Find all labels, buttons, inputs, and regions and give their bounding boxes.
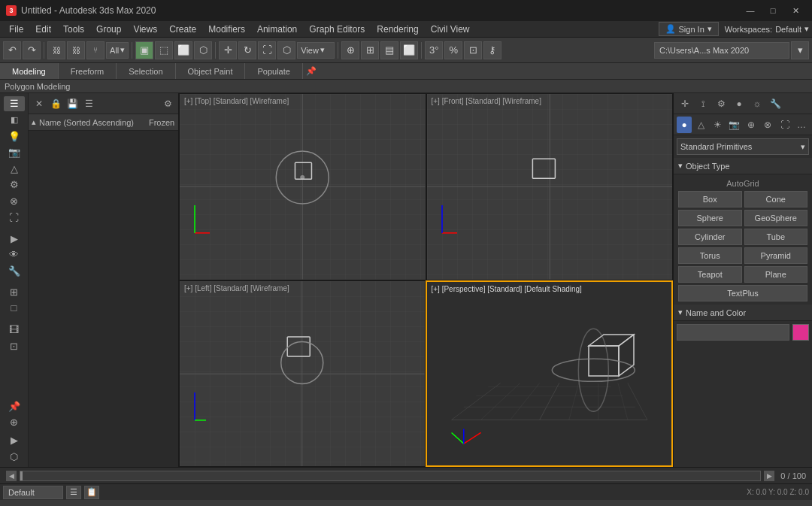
pivot-button[interactable]: ⊕ bbox=[341, 41, 359, 59]
align-button[interactable]: ▤ bbox=[380, 41, 398, 59]
animation-button[interactable]: ⬡ bbox=[4, 449, 25, 464]
unlink-button[interactable]: ⛓ bbox=[67, 41, 85, 59]
color-swatch[interactable] bbox=[792, 324, 809, 341]
percent-snap-button[interactable]: % bbox=[444, 41, 462, 59]
motion-button[interactable]: ▶ bbox=[4, 231, 25, 246]
object-name-input[interactable] bbox=[677, 324, 789, 341]
snap-to-grid-button[interactable]: ⊕ bbox=[4, 415, 25, 430]
cameras-button-2[interactable]: 📷 bbox=[727, 117, 742, 133]
minimize-button[interactable]: — bbox=[740, 3, 761, 18]
filter-dropdown[interactable]: All ▾ bbox=[106, 42, 129, 59]
menu-edit[interactable]: Edit bbox=[29, 23, 57, 36]
utilities-button[interactable]: 🔧 bbox=[4, 263, 25, 278]
bind-button[interactable]: ⑂ bbox=[86, 41, 105, 59]
display-panel-button[interactable]: ☼ bbox=[749, 95, 765, 112]
select-region-button[interactable]: ⬚ bbox=[155, 41, 173, 59]
menu-file[interactable]: File bbox=[3, 23, 29, 36]
viewport-perspective-label[interactable]: [+] [Perspective] [Standard] [Default Sh… bbox=[432, 285, 582, 293]
viewport-perspective[interactable]: [+] [Perspective] [Standard] [Default Sh… bbox=[426, 280, 674, 468]
path-dropdown-button[interactable]: ▾ bbox=[791, 41, 809, 59]
plane-button[interactable]: Plane bbox=[744, 266, 808, 283]
tab-object-paint[interactable]: Object Paint bbox=[176, 63, 246, 79]
track-view-button[interactable]: 🎞 bbox=[4, 323, 25, 338]
textplus-button[interactable]: TextPlus bbox=[678, 285, 807, 301]
viewport-left-label[interactable]: [+] [Left] [Standard] [Wireframe] bbox=[184, 284, 289, 292]
scene-save-button[interactable]: 💾 bbox=[65, 96, 80, 111]
object-type-header[interactable]: ▾ Object Type bbox=[674, 158, 812, 174]
modifier-panel-button[interactable]: □ bbox=[4, 301, 25, 316]
menu-graph-editors[interactable]: Graph Editors bbox=[303, 23, 371, 36]
layer-manager-button[interactable]: ☰ bbox=[66, 486, 81, 499]
cylinder-button[interactable]: Cylinder bbox=[678, 229, 742, 245]
signin-button[interactable]: 👤 Sign In ▾ bbox=[659, 22, 719, 36]
menu-tools[interactable]: Tools bbox=[57, 23, 90, 36]
utilities-panel-button[interactable]: 🔧 bbox=[767, 95, 783, 112]
geometry-button[interactable]: ● bbox=[677, 117, 692, 133]
viewport-front-label[interactable]: [+] [Front] [Standard] [Wireframe] bbox=[432, 97, 541, 105]
schematic-button[interactable]: ⊡ bbox=[4, 339, 25, 354]
menu-views[interactable]: Views bbox=[127, 23, 163, 36]
lights-button[interactable]: 💡 bbox=[4, 129, 25, 144]
box-button[interactable]: Box bbox=[678, 191, 742, 208]
spacewarps-button[interactable]: ⊗ bbox=[4, 194, 25, 209]
workspace-selector[interactable]: Workspaces: Default ▾ bbox=[725, 24, 809, 34]
viewport-top-label[interactable]: [+] [Top] [Standard] [Wireframe] bbox=[184, 97, 289, 105]
tab-freeform[interactable]: Freeform bbox=[59, 63, 117, 79]
pyramid-button[interactable]: Pyramid bbox=[744, 247, 808, 264]
tab-pin-button[interactable]: 📌 bbox=[303, 66, 320, 76]
squash-button[interactable]: ⬡ bbox=[277, 41, 295, 59]
sphere-button[interactable]: Sphere bbox=[678, 210, 742, 226]
modifier-stack-button[interactable]: ⊞ bbox=[4, 284, 25, 299]
scene-close-button[interactable]: ✕ bbox=[32, 96, 47, 111]
mirror-button[interactable]: ⊞ bbox=[361, 41, 379, 59]
angle-snap-button[interactable]: 3° bbox=[425, 41, 443, 59]
scale-button[interactable]: ⛶ bbox=[258, 41, 276, 59]
lasso-select-button[interactable]: ⬡ bbox=[194, 41, 212, 59]
timeline-track[interactable] bbox=[20, 471, 761, 481]
undo-button[interactable]: ↶ bbox=[3, 41, 21, 59]
create-panel-button[interactable]: ✛ bbox=[677, 95, 693, 112]
motion-panel-button[interactable]: ● bbox=[731, 95, 747, 112]
link-button[interactable]: ⛓ bbox=[47, 41, 65, 59]
viewport-front[interactable]: [+] [Front] [Standard] [Wireframe] bbox=[426, 93, 674, 280]
scene-options-button[interactable]: ☰ bbox=[81, 96, 96, 111]
menu-create[interactable]: Create bbox=[163, 23, 202, 36]
close-button[interactable]: ✕ bbox=[785, 3, 806, 18]
systems-button-2[interactable]: ⛶ bbox=[777, 117, 792, 133]
helpers-button-2[interactable]: ⊕ bbox=[744, 117, 759, 133]
select-obj-button[interactable]: ▣ bbox=[135, 41, 153, 59]
scene-filter-button[interactable]: ⚙ bbox=[160, 96, 175, 111]
torus-button[interactable]: Torus bbox=[678, 247, 742, 264]
scene-lock-button[interactable]: 🔒 bbox=[48, 96, 63, 111]
geosphere-button[interactable]: GeoSphere bbox=[744, 210, 808, 226]
display-button[interactable]: 👁 bbox=[4, 247, 25, 262]
menu-group[interactable]: Group bbox=[90, 23, 127, 36]
name-color-header[interactable]: ▾ Name and Color bbox=[674, 305, 812, 321]
tube-button[interactable]: Tube bbox=[744, 229, 808, 245]
viewport-left[interactable]: [+] [Left] [Standard] [Wireframe] bbox=[179, 280, 426, 468]
scene-state-button[interactable]: 📋 bbox=[84, 486, 99, 499]
cameras-button[interactable]: 📷 bbox=[4, 145, 25, 160]
name-column-label[interactable]: Name (Sorted Ascending) bbox=[39, 118, 134, 127]
more-button[interactable]: … bbox=[794, 117, 809, 133]
modify-panel-button[interactable]: ⟟ bbox=[695, 95, 711, 112]
expand-panel-button[interactable]: ▶ bbox=[4, 433, 25, 448]
view-dropdown[interactable]: View ▾ bbox=[297, 42, 335, 59]
tab-selection[interactable]: Selection bbox=[117, 63, 175, 79]
systems-button[interactable]: ⛶ bbox=[4, 210, 25, 225]
spinner-snap-button[interactable]: ⊡ bbox=[464, 41, 482, 59]
rect-select-button[interactable]: ⬜ bbox=[174, 41, 192, 59]
move-button[interactable]: ✛ bbox=[219, 41, 237, 59]
cone-button[interactable]: Cone bbox=[744, 191, 808, 208]
layer-explorer-button[interactable]: ◧ bbox=[4, 113, 25, 128]
rotate-button[interactable]: ↻ bbox=[238, 41, 256, 59]
spacewarps-button-2[interactable]: ⊗ bbox=[760, 117, 775, 133]
hierarchy-panel-button[interactable]: ⚙ bbox=[713, 95, 729, 112]
maximize-button[interactable]: □ bbox=[762, 3, 783, 18]
render-frame-button[interactable]: ⬜ bbox=[400, 41, 418, 59]
menu-civil-view[interactable]: Civil View bbox=[425, 23, 476, 36]
lights-button-2[interactable]: ☀ bbox=[710, 117, 726, 133]
menu-modifiers[interactable]: Modifiers bbox=[202, 23, 251, 36]
shapes-button-2[interactable]: △ bbox=[693, 117, 708, 133]
menu-rendering[interactable]: Rendering bbox=[371, 23, 424, 36]
